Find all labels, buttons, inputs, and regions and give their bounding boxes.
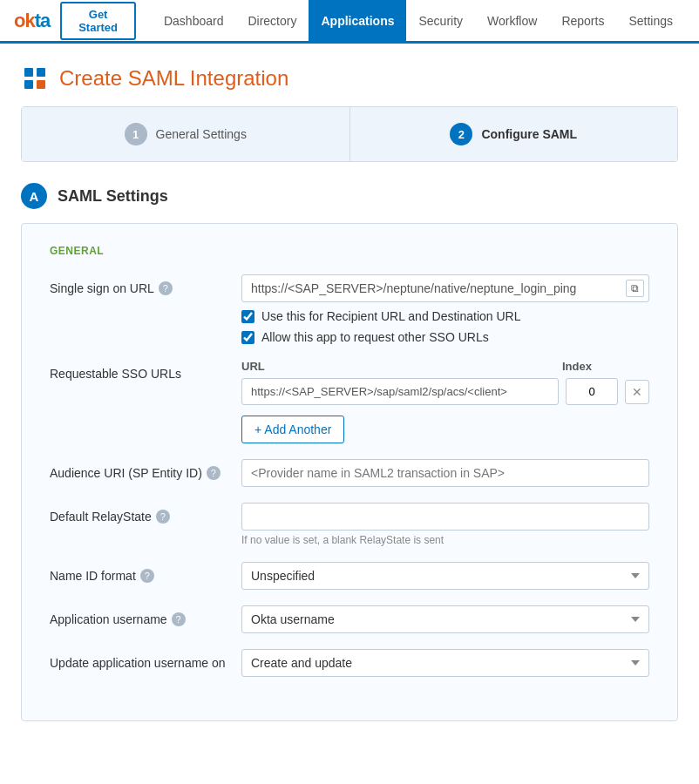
nav-security[interactable]: Security — [406, 0, 475, 43]
requestable-sso-label: Requestable SSO URLs — [50, 360, 241, 381]
saml-icon — [21, 64, 49, 92]
sso-col-headers: URL Index — [241, 360, 649, 373]
form-group-title: GENERAL — [50, 245, 649, 257]
update-app-username-field: Create and update Create only — [241, 649, 649, 677]
audience-uri-field — [241, 459, 649, 487]
step-1-num: 1 — [125, 123, 147, 145]
sso-url-copy-button[interactable]: ⧉ — [626, 280, 644, 297]
step-2[interactable]: 2 Configure SAML — [350, 107, 678, 161]
get-started-button[interactable]: Get Started — [60, 2, 136, 40]
sso-url-help-icon[interactable]: ? — [159, 281, 173, 295]
request-sso-label: Allow this app to request other SSO URLs — [261, 330, 489, 344]
default-relay-field: If no value is set, a blank RelayState i… — [241, 503, 649, 546]
default-relay-help-icon[interactable]: ? — [156, 510, 170, 524]
form-card: GENERAL Single sign on URL ? ⧉ Use this … — [21, 223, 678, 721]
sso-index-input-1[interactable] — [566, 378, 618, 405]
step-2-num: 2 — [450, 123, 472, 145]
requestable-sso-row: Requestable SSO URLs URL Index ✕ + Add A… — [50, 360, 649, 443]
audience-uri-input[interactable] — [241, 459, 649, 487]
nav-dashboard[interactable]: Dashboard — [152, 0, 236, 43]
recipient-url-checkbox-row: Use this for Recipient URL and Destinati… — [241, 309, 649, 323]
app-username-help-icon[interactable]: ? — [172, 612, 186, 626]
svg-rect-0 — [24, 68, 33, 77]
default-relay-input[interactable] — [241, 503, 649, 531]
nav-directory[interactable]: Directory — [235, 0, 309, 43]
sso-url-field: ⧉ Use this for Recipient URL and Destina… — [241, 274, 649, 344]
sso-url-row-1: ✕ — [241, 378, 649, 405]
name-id-format-select[interactable]: Unspecified EmailAddress x509SubjectName… — [241, 562, 649, 590]
nav-bar: okta Get Started Dashboard Directory App… — [0, 0, 699, 44]
svg-rect-2 — [24, 80, 33, 89]
nav-workflow[interactable]: Workflow — [475, 0, 549, 43]
requestable-sso-field: URL Index ✕ + Add Another — [241, 360, 649, 443]
okta-logo: okta — [14, 10, 50, 32]
sso-url-input-wrapper: ⧉ — [241, 274, 649, 302]
update-app-username-label: Update application username on — [50, 649, 241, 670]
request-sso-checkbox[interactable] — [241, 331, 254, 344]
default-relay-hint: If no value is set, a blank RelayState i… — [241, 534, 649, 546]
recipient-url-checkbox[interactable] — [241, 310, 254, 323]
svg-rect-3 — [37, 80, 45, 89]
name-id-format-field: Unspecified EmailAddress x509SubjectName… — [241, 562, 649, 590]
nav-settings[interactable]: Settings — [616, 0, 685, 43]
default-relay-row: Default RelayState ? If no value is set,… — [50, 503, 649, 546]
app-username-row: Application username ? Okta username Ema… — [50, 605, 649, 633]
page-header: Create SAML Integration — [0, 44, 699, 106]
sso-remove-button-1[interactable]: ✕ — [625, 380, 649, 404]
name-id-format-help-icon[interactable]: ? — [140, 569, 154, 583]
step-1[interactable]: 1 General Settings — [22, 107, 350, 161]
default-relay-label: Default RelayState ? — [50, 503, 241, 524]
name-id-format-label: Name ID format ? — [50, 562, 241, 583]
section-title: SAML Settings — [58, 187, 168, 206]
audience-uri-label: Audience URI (SP Entity ID) ? — [50, 459, 241, 480]
audience-uri-help-icon[interactable]: ? — [207, 466, 221, 480]
page-title: Create SAML Integration — [59, 66, 288, 91]
step-2-label: Configure SAML — [481, 127, 577, 141]
section-header: A SAML Settings — [0, 183, 699, 223]
app-username-field: Okta username Email Custom — [241, 605, 649, 633]
step-1-label: General Settings — [156, 127, 247, 141]
request-sso-checkbox-row: Allow this app to request other SSO URLs — [241, 330, 649, 344]
sso-col-action-header — [621, 360, 649, 373]
nav-links: Dashboard Directory Applications Securit… — [152, 0, 685, 43]
recipient-url-label: Use this for Recipient URL and Destinati… — [261, 309, 521, 323]
steps-bar: 1 General Settings 2 Configure SAML — [21, 106, 678, 162]
update-app-username-select[interactable]: Create and update Create only — [241, 649, 649, 677]
app-username-select[interactable]: Okta username Email Custom — [241, 605, 649, 633]
svg-rect-1 — [37, 68, 45, 77]
sso-url-input[interactable] — [241, 274, 649, 302]
sso-url-label: Single sign on URL ? — [50, 274, 241, 295]
nav-applications[interactable]: Applications — [309, 0, 406, 43]
name-id-format-row: Name ID format ? Unspecified EmailAddres… — [50, 562, 649, 590]
nav-reports[interactable]: Reports — [549, 0, 616, 43]
sso-col-index-header: Index — [562, 360, 614, 373]
add-another-button[interactable]: + Add Another — [241, 416, 344, 443]
sso-url-row: Single sign on URL ? ⧉ Use this for Reci… — [50, 274, 649, 344]
sso-col-url-header: URL — [241, 360, 555, 373]
app-username-label: Application username ? — [50, 605, 241, 626]
section-badge: A — [21, 183, 47, 209]
audience-uri-row: Audience URI (SP Entity ID) ? — [50, 459, 649, 487]
update-app-username-row: Update application username on Create an… — [50, 649, 649, 677]
sso-url-input-1[interactable] — [241, 378, 559, 405]
